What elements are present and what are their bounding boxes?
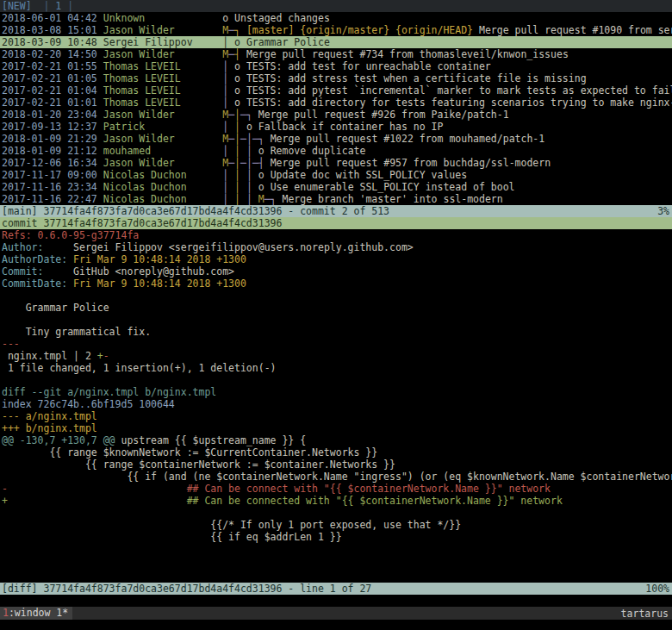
log-row[interactable]: 2017-09-13 12:37 Patrick │ │ o Fallback …: [0, 121, 672, 133]
text-segment: {{ range $knownNetwork := $CurrentContai…: [2, 446, 377, 458]
text-segment: │: [234, 169, 246, 181]
diff-line[interactable]: +++ b/nginx.tmpl: [0, 422, 672, 434]
diff-line[interactable]: Tiny grammatical fix.: [0, 326, 672, 338]
text-segment: 2017-09-13 12:37: [2, 121, 103, 133]
text-segment: GitHub <noreply@github.com>: [73, 265, 234, 278]
text-segment: o: [234, 72, 246, 84]
diff-line[interactable]: [0, 314, 672, 326]
text-segment: [240, 24, 246, 36]
text-segment: Thomas LEVEIL: [103, 97, 222, 109]
log-row[interactable]: 2017-12-06 16:34 Jason Wilder M─│─│─┤ Me…: [0, 157, 672, 169]
text-segment: ┐: [234, 24, 240, 36]
text-segment: Remove duplicate: [271, 145, 366, 157]
log-row[interactable]: 2018-01-09 21:12 mouhamed │ │ │ o Remove…: [0, 145, 672, 157]
text-segment: [240, 48, 246, 60]
diff-line[interactable]: {{ range $containerNetwork := $container…: [0, 458, 672, 471]
text-segment: Unknown: [103, 12, 222, 24]
text-segment: AuthorDate:: [2, 253, 73, 265]
text-segment: │: [246, 193, 258, 205]
diff-line[interactable]: {{/* If only 1 port exposed, use that */…: [0, 519, 672, 531]
log-row[interactable]: 2017-02-21 01:04 Thomas LEVEIL │ o TESTS…: [0, 84, 672, 97]
log-row[interactable]: 2017-11-16 22:47 Nicolas Duchon │ │ │ M─…: [0, 193, 672, 205]
diff-line[interactable]: [0, 290, 672, 302]
text-segment: Jason Wilder: [103, 133, 222, 145]
text-segment: Thomas LEVEIL: [103, 84, 222, 97]
log-row[interactable]: 2018-01-20 23:04 Jason Wilder M─│─┐ Merg…: [0, 109, 672, 121]
text-segment: │: [234, 145, 246, 157]
diff-line[interactable]: [0, 374, 672, 386]
log-row[interactable]: 2017-02-21 01:01 Thomas LEVEIL │ o TESTS…: [0, 97, 672, 109]
log-row[interactable]: 2018-02-20 14:50 Jason Wilder M─┤ Merge …: [0, 48, 672, 60]
log-row[interactable]: 2018-03-09 10:48 Sergei Filippov │ o Gra…: [0, 36, 672, 48]
commit-title-bar: commit 37714fa4f873fa7d0ca3e67d17bd4a4f4…: [0, 217, 672, 229]
tig-topbar: [NEW] | 1 |: [0, 0, 672, 12]
text-segment: o: [246, 121, 258, 133]
text-segment: |: [32, 0, 56, 12]
log-row[interactable]: 2017-11-16 23:34 Nicolas Duchon │ │ │ o …: [0, 181, 672, 193]
text-segment: 2017-11-16 22:47: [2, 193, 103, 205]
log-row[interactable]: 2017-11-17 09:00 Nicolas Duchon │ │ │ o …: [0, 169, 672, 181]
text-segment: o: [234, 60, 246, 72]
diff-line[interactable]: Author: Sergei Filippov <sergeifilippov@…: [0, 241, 672, 253]
text-segment: @@ -130,7 +130,7 @@: [2, 434, 115, 446]
text-segment: │: [222, 121, 234, 133]
diff-line[interactable]: nginx.tmpl | 2 +-: [0, 350, 672, 362]
text-segment: Grammar Police: [246, 36, 330, 48]
text-segment: Refs: 0.6.0-95-g37714fa: [2, 229, 139, 241]
diff-line[interactable]: @@ -130,7 +130,7 @@ upstream {{ $upstrea…: [0, 434, 672, 446]
text-segment: {{ range $containerNetwork := $container…: [2, 458, 395, 471]
diff-line[interactable]: CommitDate: Fri Mar 9 10:48:14 2018 +130…: [0, 278, 672, 290]
diff-line[interactable]: diff --git a/nginx.tmpl b/nginx.tmpl: [0, 386, 672, 398]
text-segment: │: [234, 133, 240, 145]
diff-line[interactable]: --- a/nginx.tmpl: [0, 410, 672, 422]
text-segment: │: [222, 84, 234, 97]
diff-line[interactable]: AuthorDate: Fri Mar 9 10:48:14 2018 +130…: [0, 253, 672, 265]
text-segment: 1: [3, 607, 9, 619]
text-segment: {{ if eq $addrLen 1 }}: [2, 531, 342, 543]
diff-line[interactable]: {{ range $knownNetwork := $CurrentContai…: [0, 446, 672, 458]
diff-line[interactable]: Grammar Police: [0, 302, 672, 314]
diff-line[interactable]: {{ if eq $addrLen 1 }}: [0, 531, 672, 543]
diff-line[interactable]: + ## Can be connected with "{{ $containe…: [0, 495, 672, 507]
text-segment: 2017-02-21 01:04: [2, 84, 103, 97]
text-segment: 2018-01-20 23:04: [2, 109, 103, 121]
log-row[interactable]: 2018-06-01 04:42 Unknown o Unstaged chan…: [0, 12, 672, 24]
window-tab[interactable]: 1:window 1*: [0, 607, 72, 620]
text-segment: │: [222, 60, 234, 72]
diff-line[interactable]: - ## Can be connect with "{{ $containerN…: [0, 483, 672, 495]
text-segment: ─: [240, 109, 246, 121]
text-segment: │: [234, 193, 246, 205]
diff-line[interactable]: index 726c74b..6bf19d5 100644: [0, 398, 672, 410]
diff-line[interactable]: [0, 543, 672, 555]
text-segment: 2018-02-20 14:50: [2, 48, 103, 60]
log-row[interactable]: 2017-02-21 01:05 Thomas LEVEIL │ o TESTS…: [0, 72, 672, 84]
diff-line[interactable]: 1 file changed, 1 insertion(+), 1 deleti…: [0, 362, 672, 374]
text-segment: CommitDate:: [2, 278, 73, 290]
text-segment: Thomas LEVEIL: [103, 60, 222, 72]
text-segment: Jason Wilder: [103, 48, 222, 60]
text-segment: TESTS: add directory for tests featuring…: [246, 97, 672, 109]
text-segment: [264, 133, 271, 145]
text-segment: 2018-01-09 21:12: [2, 145, 103, 157]
text-segment: 2018-03-08 15:01: [2, 24, 103, 36]
log-row[interactable]: 2017-02-21 01:55 Thomas LEVEIL │ o TESTS…: [0, 60, 672, 72]
text-segment: Patrick: [103, 121, 222, 133]
text-segment: Jason Wilder: [103, 157, 222, 169]
text-segment: │: [246, 157, 252, 169]
diff-line[interactable]: Commit: GitHub <noreply@github.com>: [0, 265, 672, 278]
text-segment: │: [246, 169, 258, 181]
text-segment: Jason Wilder: [103, 24, 222, 36]
diff-line[interactable]: Refs: 0.6.0-95-g37714fa: [0, 229, 672, 241]
text-segment: Fallback if container has no IP: [258, 121, 444, 133]
text-segment: │: [222, 97, 234, 109]
diff-line[interactable]: ---: [0, 338, 672, 350]
log-row[interactable]: 2018-03-08 15:01 Jason Wilder M─┐ [maste…: [0, 24, 672, 36]
text-segment: │: [222, 145, 234, 157]
main-status-text: [main] 37714fa4f873fa7d0ca3e67d17bd4a4f4…: [2, 205, 389, 217]
text-segment: Jason Wilder: [103, 109, 222, 121]
diff-line[interactable]: {{ if (and (ne $containerNetwork.Name "i…: [0, 471, 672, 483]
text-segment: Merge pull request #1022 from mouhamed/p…: [271, 133, 545, 145]
log-row[interactable]: 2018-01-09 21:29 Jason Wilder M─│─│─┐ Me…: [0, 133, 672, 145]
diff-line[interactable]: [0, 507, 672, 519]
text-segment: TESTS: add stress test when a certificat…: [246, 72, 587, 84]
